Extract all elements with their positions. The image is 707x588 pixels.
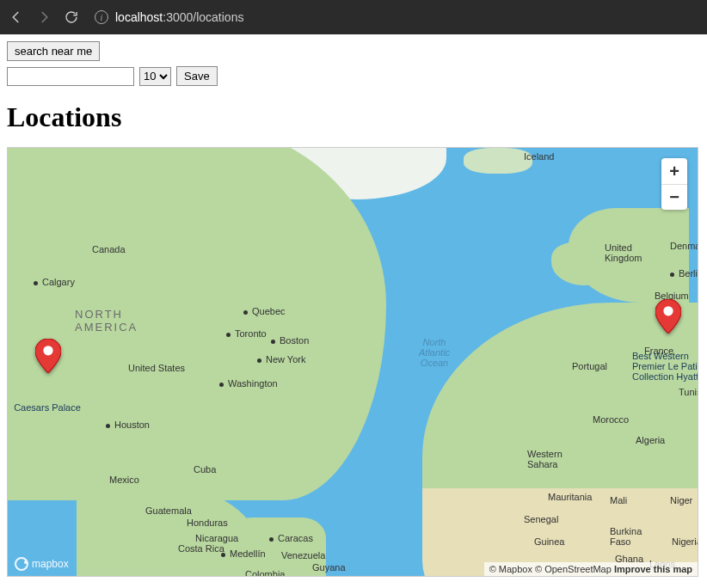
map-label: Mauritania bbox=[548, 492, 592, 502]
map-label: Washington bbox=[228, 378, 278, 389]
radius-select[interactable]: 10 bbox=[139, 67, 171, 86]
map-label: Tunisia bbox=[679, 387, 698, 397]
attribution-improve[interactable]: Improve this map bbox=[614, 564, 692, 574]
back-icon[interactable] bbox=[9, 9, 24, 25]
map-label: Houston bbox=[114, 420, 150, 430]
map-label: Denmark bbox=[670, 241, 698, 251]
map-label: Berlin bbox=[679, 268, 698, 279]
map-label: Colombia bbox=[245, 569, 285, 577]
map-label: New York bbox=[266, 354, 305, 364]
map-label: Niger bbox=[670, 495, 692, 505]
map-pin-stack-label: Collection Hyatt bbox=[632, 371, 698, 382]
map-label: Iceland bbox=[524, 151, 554, 162]
map-label: NorthAtlanticOcean bbox=[419, 337, 450, 368]
reload-icon[interactable] bbox=[64, 9, 79, 25]
city-dot bbox=[243, 310, 248, 315]
map-label: BurkinaFaso bbox=[610, 526, 642, 547]
map-label: Caracas bbox=[278, 533, 313, 543]
map-label: Medellín bbox=[230, 548, 266, 559]
map-label: Mexico bbox=[109, 475, 139, 485]
page-title: Locations bbox=[7, 101, 700, 133]
city-dot bbox=[670, 273, 674, 277]
mapbox-logo: mapbox bbox=[15, 557, 69, 571]
attribution-mapbox[interactable]: © Mapbox bbox=[489, 564, 532, 574]
url-host: localhost bbox=[115, 10, 163, 24]
map-pin-stack-label: Premier Le Patio bbox=[632, 361, 698, 371]
city-dot bbox=[257, 358, 261, 363]
map-pin-label: Caesars Palace bbox=[14, 402, 81, 413]
zoom-control: + − bbox=[661, 158, 687, 210]
map-pin-caesars[interactable] bbox=[35, 339, 61, 373]
map[interactable]: CanadaUnited StatesMexicoGuatemalaHondur… bbox=[7, 147, 698, 577]
search-input[interactable] bbox=[7, 67, 134, 86]
map-pin-stack-label: Best Western bbox=[632, 351, 689, 361]
map-label: United States bbox=[128, 363, 185, 373]
attribution-osm[interactable]: © OpenStreetMap bbox=[535, 564, 612, 574]
address-bar[interactable]: i localhost:3000/locations bbox=[91, 10, 698, 24]
map-label: Senegal bbox=[524, 514, 558, 524]
map-label: Venezuela bbox=[281, 550, 325, 560]
svg-point-0 bbox=[43, 346, 52, 355]
map-label: Cuba bbox=[194, 464, 216, 475]
map-label: Portugal bbox=[572, 361, 607, 371]
map-label: Honduras bbox=[187, 518, 228, 528]
city-dot bbox=[271, 340, 275, 344]
search-near-me-button[interactable]: search near me bbox=[7, 41, 100, 61]
site-info-icon[interactable]: i bbox=[95, 10, 108, 24]
city-dot bbox=[34, 281, 38, 285]
map-attribution: © Mapbox © OpenStreetMap Improve this ma… bbox=[484, 562, 698, 576]
city-dot bbox=[221, 553, 225, 557]
city-dot bbox=[269, 537, 274, 542]
save-button[interactable]: Save bbox=[176, 66, 218, 86]
map-label: Calgary bbox=[42, 277, 75, 287]
city-dot bbox=[106, 424, 110, 428]
map-label: WesternSahara bbox=[527, 449, 563, 469]
svg-point-1 bbox=[663, 306, 673, 315]
map-label: Morocco bbox=[593, 414, 629, 425]
map-label: Toronto bbox=[235, 328, 267, 339]
zoom-in-button[interactable]: + bbox=[661, 158, 687, 184]
map-label: Boston bbox=[280, 335, 309, 346]
zoom-out-button[interactable]: − bbox=[661, 184, 687, 210]
map-label: Costa Rica bbox=[178, 543, 224, 554]
city-dot bbox=[219, 383, 224, 387]
map-label: Algeria bbox=[636, 435, 665, 445]
url-path: :3000/locations bbox=[163, 10, 243, 24]
map-label: Guyana bbox=[312, 562, 346, 573]
forward-icon[interactable] bbox=[36, 9, 52, 25]
map-label: Nigeria bbox=[672, 536, 698, 547]
city-dot bbox=[226, 333, 231, 337]
map-label: Nicaragua bbox=[195, 533, 238, 543]
map-label: UnitedKingdom bbox=[605, 242, 642, 263]
map-label: Canada bbox=[92, 244, 126, 254]
map-label: Guatemala bbox=[145, 505, 192, 516]
map-label: Guinea bbox=[534, 536, 564, 547]
map-label: NORTHAMERICA bbox=[75, 308, 138, 334]
map-label: Quebec bbox=[252, 306, 286, 316]
map-pin-paris[interactable] bbox=[655, 299, 681, 334]
map-label: Mali bbox=[610, 495, 627, 505]
